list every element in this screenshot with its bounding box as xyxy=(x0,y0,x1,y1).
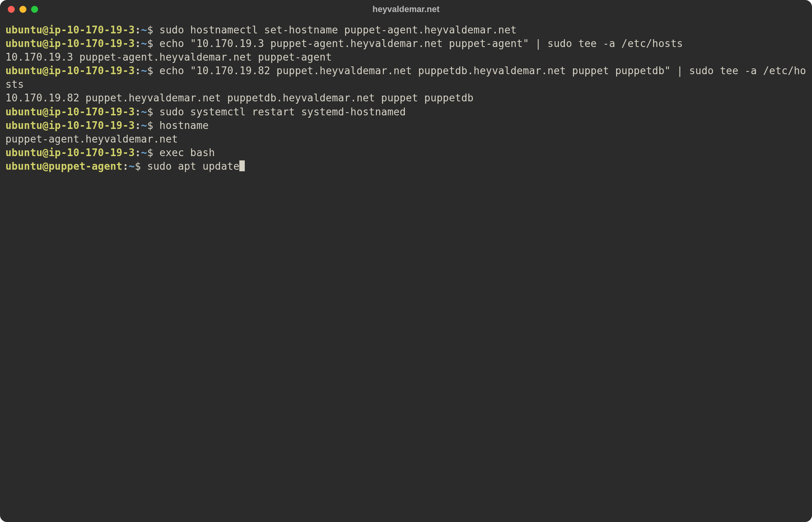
terminal-line: ubuntu@ip-10-170-19-3:~$ exec bash xyxy=(5,146,807,160)
cursor xyxy=(239,160,245,171)
prompt-dollar: $ xyxy=(135,160,141,172)
title-bar: heyvaldemar.net xyxy=(0,0,812,19)
prompt-userhost: ubuntu@ip-10-170-19-3 xyxy=(5,65,135,77)
command-text: exec bash xyxy=(153,147,215,158)
prompt-userhost: ubuntu@ip-10-170-19-3 xyxy=(5,106,135,118)
terminal-line: ubuntu@ip-10-170-19-3:~$ echo "10.170.19… xyxy=(5,64,807,91)
prompt-colon: : xyxy=(135,106,141,118)
traffic-lights xyxy=(8,6,38,13)
prompt-path: ~ xyxy=(129,160,135,172)
command-text: sudo apt update xyxy=(141,160,240,172)
terminal-line: ubuntu@ip-10-170-19-3:~$ echo "10.170.19… xyxy=(5,37,807,50)
prompt-userhost: ubuntu@ip-10-170-19-3 xyxy=(5,120,135,131)
command-text: sudo hostnamectl set-hostname puppet-age… xyxy=(153,24,517,36)
prompt-dollar: $ xyxy=(147,24,153,36)
terminal-line: ubuntu@puppet-agent:~$ sudo apt update xyxy=(5,160,807,173)
prompt-path: ~ xyxy=(141,106,147,118)
prompt-colon: : xyxy=(135,24,141,36)
window-title: heyvaldemar.net xyxy=(373,4,439,14)
prompt-path: ~ xyxy=(141,147,147,158)
terminal-content[interactable]: ubuntu@ip-10-170-19-3:~$ sudo hostnamect… xyxy=(0,19,812,522)
prompt-dollar: $ xyxy=(147,120,153,131)
prompt-dollar: $ xyxy=(147,65,153,77)
prompt-colon: : xyxy=(122,160,129,172)
minimize-button[interactable] xyxy=(19,6,26,13)
maximize-button[interactable] xyxy=(31,6,38,13)
prompt-userhost: ubuntu@ip-10-170-19-3 xyxy=(5,24,135,36)
terminal-line: ubuntu@ip-10-170-19-3:~$ hostname xyxy=(5,119,807,132)
command-text: echo "10.170.19.3 puppet-agent.heyvaldem… xyxy=(153,38,683,49)
prompt-path: ~ xyxy=(141,24,147,36)
prompt-path: ~ xyxy=(141,38,147,49)
prompt-path: ~ xyxy=(141,120,147,131)
prompt-colon: : xyxy=(135,65,141,77)
output-line: 10.170.19.3 puppet-agent.heyvaldemar.net… xyxy=(5,50,807,64)
prompt-userhost: ubuntu@puppet-agent xyxy=(5,160,122,172)
prompt-colon: : xyxy=(135,120,141,131)
prompt-dollar: $ xyxy=(147,147,153,158)
prompt-userhost: ubuntu@ip-10-170-19-3 xyxy=(5,38,135,49)
terminal-line: ubuntu@ip-10-170-19-3:~$ sudo hostnamect… xyxy=(5,23,807,37)
output-line: 10.170.19.82 puppet.heyvaldemar.net pupp… xyxy=(5,91,807,105)
close-button[interactable] xyxy=(8,6,15,13)
prompt-userhost: ubuntu@ip-10-170-19-3 xyxy=(5,147,135,158)
terminal-window: heyvaldemar.net ubuntu@ip-10-170-19-3:~$… xyxy=(0,0,812,522)
prompt-dollar: $ xyxy=(147,38,153,49)
command-text: hostname xyxy=(153,120,209,131)
output-line: puppet-agent.heyvaldemar.net xyxy=(5,132,807,146)
prompt-dollar: $ xyxy=(147,106,153,118)
prompt-path: ~ xyxy=(141,65,147,77)
prompt-colon: : xyxy=(135,147,141,158)
prompt-colon: : xyxy=(135,38,141,49)
terminal-line: ubuntu@ip-10-170-19-3:~$ sudo systemctl … xyxy=(5,105,807,119)
command-text: sudo systemctl restart systemd-hostnamed xyxy=(153,106,406,118)
